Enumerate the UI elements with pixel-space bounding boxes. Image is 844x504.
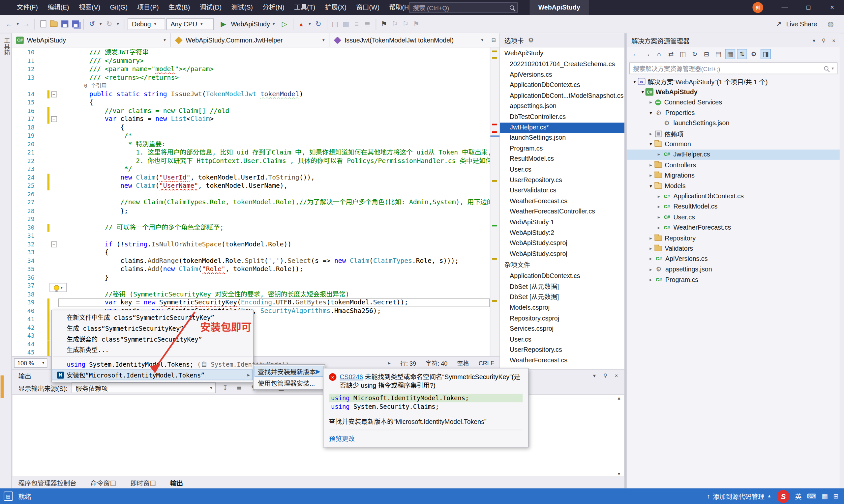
background-tasks-icon[interactable]: ▤ [4,491,13,501]
tree-item[interactable]: ▸C#ApiVersions.cs [627,254,840,264]
maximize-button[interactable]: □ [796,0,820,15]
wrench-icon[interactable]: ⚙ [749,49,759,59]
add-to-source-control-button[interactable]: ↑ 添加到源代码管理 ▲ [707,491,772,501]
comment-icon[interactable]: ≡ [352,18,361,30]
platform-dropdown[interactable]: Any CPU▾ [166,18,214,30]
code-line[interactable]: 10 /// 颁发JWT字符串 [12,49,490,57]
tab-item[interactable]: JwtHelper.cs* [500,123,624,133]
code-line[interactable]: 25 new Claim("UserName", tokenModel.User… [12,182,490,190]
preview-selected-items-icon[interactable]: ◨ [761,49,771,59]
hot-reload-dropdown-icon[interactable]: ▾ [307,18,312,30]
tree-item[interactable]: ▸C#Program.cs [627,274,840,285]
user-avatar[interactable]: 创 [752,2,763,13]
redo-dropdown-icon[interactable]: ▾ [115,18,120,30]
quick-action-item[interactable]: using System.IdentityModel.Tokens; (自 Sy… [52,359,253,370]
tab-item[interactable]: appsettings.json [500,102,624,112]
code-line[interactable]: 39 var key = new SymmetricSecurityKey(En… [12,299,490,307]
tab-item[interactable]: UserRepository.cs [500,345,624,356]
redo-icon[interactable]: ↻ [104,18,114,30]
close-panel-icon[interactable]: × [615,373,618,378]
zoom-dropdown[interactable]: 100 %▾ [14,358,47,367]
breadcrumb-project-dropdown[interactable]: C# WebApiStudy ▾ [12,33,171,47]
bookmark-prev-icon[interactable]: ⚐ [390,18,400,30]
tab-item[interactable]: ResultModel.cs [500,154,624,164]
code-line[interactable]: 31 [12,232,490,240]
code-line[interactable]: 0 个引用 [12,82,490,90]
tree-item[interactable]: ▸C#WeatherForecast.cs [627,222,840,233]
tree-item[interactable]: ▸Repository [627,233,840,244]
tab-item[interactable]: ApplicationDbContext.cs [500,80,624,91]
tab-item[interactable]: User.cs [500,164,624,175]
code-line[interactable]: 13 /// <returns></returns> [12,73,490,82]
code-line[interactable]: 12 /// <param name="model"></param> [12,65,490,73]
code-line[interactable]: 30 // 可以将一个用户的多个角色全部赋予; [12,223,490,232]
quick-search-box[interactable]: 搜索 (Ctrl+Q) [409,2,518,13]
undo-icon[interactable]: ↺ [87,18,97,30]
tab-item[interactable]: DbSet [从元数据] [500,292,624,303]
code-line[interactable]: 34 claims.AddRange(tokenModel.Role.Split… [12,257,490,265]
tab-item[interactable]: DbSet [从元数据] [500,282,624,292]
menu-item[interactable]: 项目(P) [133,0,164,15]
menu-item[interactable]: 生成(B) [163,0,195,15]
tree-item[interactable]: ▾Models [627,181,840,191]
tree-item[interactable]: ▾⚙Properties [627,108,840,118]
uncomment-icon[interactable]: ≣ [363,18,372,30]
tab-item[interactable]: ApplicationDbCont...tModelSnapshot.cs [500,91,624,102]
expander-icon[interactable]: ▸ [648,100,654,105]
tab-item[interactable]: UserRepository.cs [500,175,624,185]
code-line[interactable]: 14 public static string IssueJwt(TokenMo… [12,90,490,98]
expander-icon[interactable]: ▸ [656,214,662,220]
save-all-icon[interactable] [71,18,80,30]
tab-item[interactable]: WeatherForecast.cs [500,356,624,366]
menu-item[interactable]: 工具(T) [289,0,320,15]
collapse-all-icon[interactable]: ⊟ [701,49,711,59]
code-line[interactable]: 16 //var claims = new Claim[] //old [12,107,490,115]
tree-item[interactable]: ▾C#WebApiStudy [627,87,840,97]
undo-dropdown-icon[interactable]: ▾ [98,18,103,30]
code-line[interactable]: 26 [12,190,490,198]
pin-icon[interactable]: ⚲ [603,373,607,378]
code-line[interactable]: 24 new Claim("UserId", tokenModel.UserId… [12,174,490,182]
expander-icon[interactable]: ▾ [648,110,654,115]
tab-item[interactable]: launchSettings.json [500,133,624,144]
close-button[interactable]: × [820,0,844,15]
editor-scrollbar[interactable] [490,48,499,356]
expander-icon[interactable]: ▸ [648,246,654,251]
code-line[interactable]: 29 [12,215,490,223]
back-icon[interactable]: ← [630,49,641,59]
bottom-panel-tab[interactable]: 程序包管理器控制台 [18,478,76,487]
code-line[interactable]: 27 //new Claim(ClaimTypes.Role, tokenMod… [12,198,490,206]
output-source-dropdown[interactable]: 服务依赖项 ▾ [72,382,216,393]
gear-icon[interactable]: ⚙ [528,36,534,44]
spaces-indicator[interactable]: 空格 [457,358,469,367]
tab-item[interactable]: DbTestController.cs [500,112,624,123]
quick-action-item[interactable]: N安装包“Microsoft.IdentityModel.Tokens”▸ [52,370,253,380]
fold-marker-icon[interactable] [49,240,58,248]
save-icon[interactable] [60,18,69,30]
output-scrollbar[interactable]: ▲ ▼ [615,395,623,477]
code-line[interactable]: 17 var claims = new List<Claim> [12,115,490,123]
sync-with-active-document-icon[interactable]: ⇅ [737,49,747,59]
feedback-icon[interactable]: ◍ [826,18,835,30]
tab-item[interactable]: WebApiStudy.csproj [500,238,624,249]
find-in-files-icon[interactable]: ▤ [330,18,340,30]
tab-item[interactable]: WeatherForecastController.cs [500,206,624,217]
start-without-debugging-icon[interactable]: ▷ [279,18,289,30]
tree-item[interactable]: ▸依赖项 [627,128,840,139]
bookmark-next-icon[interactable]: ⚐ [401,18,411,30]
pin-icon[interactable]: ⚲ [822,37,826,43]
expander-icon[interactable]: ▾ [648,141,654,147]
expander-icon[interactable]: ▸ [656,152,662,157]
split-window-icon[interactable]: ⊟ [488,33,499,47]
expander-icon[interactable]: ▸ [648,256,654,262]
expander-icon[interactable]: ▸ [648,235,654,240]
code-line[interactable]: 22 2. 你也可以研究下 HttpContext.User.Claims , … [12,157,490,165]
tree-item[interactable]: ▸C#JwtHelper.cs [627,149,840,160]
breadcrumb-member-dropdown[interactable]: IssueJwt(TokenModelJwt tokenModel) ▾ [329,33,488,47]
code-line[interactable]: 36 } [12,273,490,282]
open-file-icon[interactable] [49,18,59,30]
tab-item[interactable]: Models.csproj [500,303,624,313]
bottom-panel-tab[interactable]: 即时窗口 [130,478,156,487]
scroll-down-icon[interactable]: ▼ [617,472,621,476]
tab-item[interactable]: 20221020101704_CreateSchema.cs [500,59,624,70]
